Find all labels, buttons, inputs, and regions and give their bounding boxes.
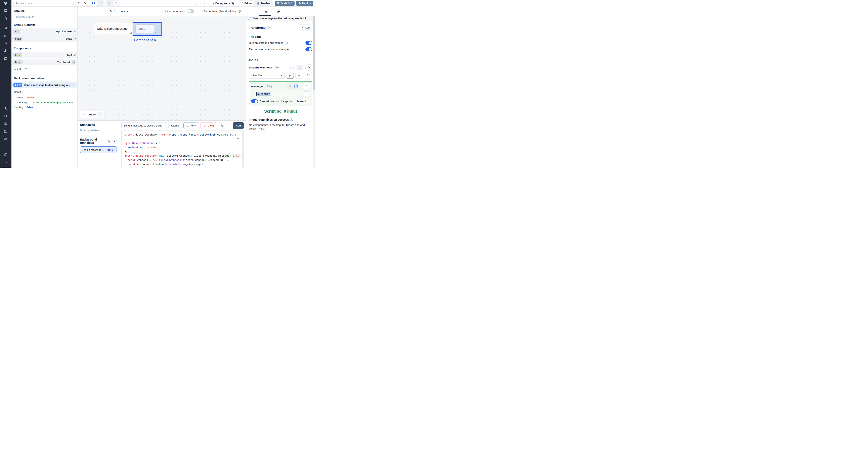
more-menu-icon[interactable]: ⋮ <box>194 1 199 5</box>
bg0-badge: bg_0 <box>13 83 22 87</box>
collapse-chevron-button[interactable] <box>72 60 75 64</box>
windmill-logo-icon[interactable]: ✻ <box>0 0 11 7</box>
collapse-result-button[interactable]: - <box>25 90 28 93</box>
add-bg-runnable-button[interactable]: + <box>112 138 117 144</box>
selected-component-b[interactable] <box>133 22 161 36</box>
connect-plug-button[interactable] <box>305 64 312 70</box>
connect-plug-button[interactable] <box>303 83 310 89</box>
info-icon[interactable] <box>290 118 293 121</box>
undo-button[interactable]: ↶ <box>75 1 82 6</box>
runnable-header[interactable]: ƒ Send a message to discord using webhoo… <box>246 16 315 21</box>
eval-fn-button[interactable]: ƒ <box>297 65 303 70</box>
run-on-start-toggle[interactable] <box>305 41 312 45</box>
hide-bar-toggle[interactable] <box>187 9 194 13</box>
tab-insert-plus-icon[interactable]: + <box>251 9 256 14</box>
runnables-empty-text: No scripts/flows <box>80 129 117 132</box>
tab-settings-components-icon[interactable] <box>264 9 269 14</box>
chevron-down-icon[interactable] <box>74 37 76 39</box>
refresh-mode-select[interactable]: once <box>120 10 128 13</box>
edit-resource-button[interactable] <box>286 72 294 79</box>
expand-editor-button[interactable] <box>304 91 309 96</box>
resources-icon[interactable] <box>0 47 11 55</box>
chevron-down-icon[interactable] <box>74 54 76 56</box>
preview-mode-button[interactable]: ◎ Preview <box>254 1 273 6</box>
folders-icon[interactable] <box>0 128 11 135</box>
chevron-down-icon[interactable] <box>74 30 76 32</box>
variables-icon[interactable]: $ <box>0 39 11 47</box>
redo-button[interactable]: ↷ <box>82 1 88 6</box>
b-result-line[interactable]: result : "" <box>11 66 78 72</box>
edit-pencil-icon[interactable] <box>73 84 75 86</box>
debug-runs-button[interactable]: Debug runs (3) <box>209 1 236 6</box>
clear-resource-icon[interactable]: × <box>281 74 282 77</box>
cache-button[interactable]: Cache <box>168 122 182 129</box>
state-badge: state <box>13 37 23 41</box>
static-pencil-button[interactable] <box>287 84 293 89</box>
audit-eye-icon[interactable] <box>0 135 11 143</box>
info-icon[interactable] <box>285 41 288 44</box>
resource-select[interactable]: u/henri/te... × <box>249 72 284 79</box>
fullscreen-layout-button[interactable] <box>97 1 103 6</box>
app-summary-input[interactable] <box>13 1 74 6</box>
workers-robot-icon[interactable] <box>0 120 11 128</box>
settings-gear-icon[interactable]: ⚙ <box>0 112 11 120</box>
zoom-in-button[interactable]: + <box>97 112 103 117</box>
info-icon[interactable] <box>238 10 241 13</box>
zoom-out-button[interactable]: − <box>81 112 87 117</box>
refresh-resource-button[interactable]: ↻ <box>305 72 312 79</box>
user-icon[interactable] <box>0 105 11 112</box>
refresh-code-button[interactable]: ↻ <box>219 122 226 129</box>
message-line[interactable]: message : "Cannot send an empty message" <box>15 100 78 105</box>
eval-fn-button[interactable]: ƒ <box>293 84 299 89</box>
info-icon[interactable] <box>108 140 111 142</box>
right-panel-scrollbar[interactable] <box>313 16 315 168</box>
expand-rail-icon[interactable]: → <box>0 158 11 166</box>
favorites-star-icon[interactable] <box>0 14 11 22</box>
code-editor[interactable]: import discordwebhook from "https://deno… <box>121 131 244 168</box>
text-input-component[interactable] <box>135 25 155 33</box>
help-icon[interactable] <box>0 151 11 158</box>
reeval-toggle[interactable] <box>251 99 258 103</box>
editor-mode-button[interactable]: Editor <box>238 1 255 6</box>
refresh-count-box[interactable]: ↻ 1 <box>108 8 117 14</box>
docs-book-button[interactable] <box>200 1 207 6</box>
script-name-input[interactable] <box>121 122 167 129</box>
runs-icon[interactable]: ▷ <box>0 32 11 39</box>
clear-button[interactable]: Clear <box>200 122 217 129</box>
schedules-icon[interactable] <box>0 55 11 62</box>
reeval-target-badge[interactable]: b.result <box>295 99 308 104</box>
copy-code-icon[interactable] <box>236 135 240 139</box>
create-resource-button[interactable]: + <box>296 72 303 79</box>
apps-icon[interactable] <box>0 7 11 14</box>
output-row-b[interactable]: b☝ Text Input <box>11 59 78 65</box>
mobile-view-button[interactable] <box>106 1 113 6</box>
bg0-output-row[interactable]: bg_0 Send a message to discord using web… <box>11 81 78 88</box>
output-row-a[interactable]: a☝ Text <box>11 52 78 58</box>
resize-handle[interactable] <box>130 32 132 34</box>
output-row-state[interactable]: state State <box>11 35 78 42</box>
bg0-result-line[interactable]: result : - <box>11 88 78 95</box>
resize-handle[interactable] <box>155 32 156 33</box>
center-layout-button[interactable] <box>90 1 97 6</box>
home-icon[interactable] <box>0 24 11 32</box>
output-row-ctx[interactable]: ctx App Context <box>11 28 78 35</box>
code-line[interactable]: code : 50006 <box>15 95 78 100</box>
expression-editor[interactable]: 1 b.result <box>251 91 310 97</box>
recompute-toggle[interactable] <box>305 47 312 51</box>
loading-line[interactable]: loading : false <box>11 105 78 110</box>
deploy-button[interactable]: Deploy <box>296 1 313 6</box>
refresh-icon: ↻ <box>110 10 112 13</box>
tab-style-brush-icon[interactable] <box>276 9 281 14</box>
info-icon[interactable] <box>268 26 271 29</box>
static-pencil-button[interactable] <box>290 65 297 70</box>
search-outputs-input[interactable] <box>14 14 75 20</box>
add-transformer-button[interactable]: +Add <box>299 25 312 31</box>
scrollbar-thumb[interactable] <box>313 16 315 90</box>
run-button[interactable]: Run <box>233 122 244 129</box>
text-component-a[interactable]: Write Discord message: <box>94 23 132 34</box>
fork-button[interactable]: Fork <box>183 122 199 129</box>
desktop-view-button[interactable] <box>113 1 119 6</box>
bg0-runnable-item[interactable]: Send a message... bg_0 <box>80 146 117 153</box>
app-canvas[interactable]: Write Discord message: Component b − 100… <box>78 16 246 121</box>
draft-button[interactable]: Draft ⌘S <box>275 1 294 6</box>
